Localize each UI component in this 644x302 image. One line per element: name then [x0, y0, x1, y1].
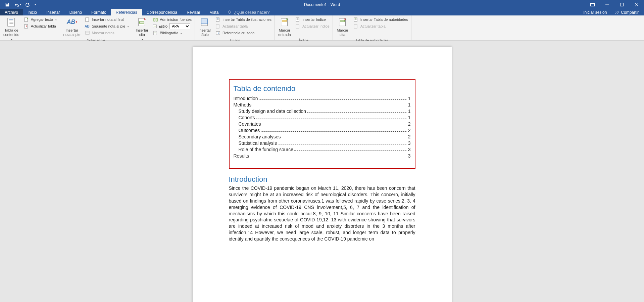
next-footnote-icon: A⁠B¹ — [85, 24, 90, 29]
caption-icon — [199, 17, 210, 28]
toc-entry[interactable]: Study design and data collection1 — [234, 109, 411, 114]
toc-leader-dots — [252, 102, 407, 106]
update-toa-icon — [353, 24, 359, 29]
qat-customize[interactable]: ▾ — [33, 1, 38, 9]
insert-toa-button[interactable]: Insertar Tabla de autoridades — [352, 16, 410, 23]
tab-layout[interactable]: Formato — [87, 9, 111, 15]
maximize-button[interactable] — [614, 0, 629, 9]
toc-entry[interactable]: Secondary analyses2 — [234, 134, 411, 139]
save-button[interactable] — [3, 1, 12, 9]
toc-field[interactable]: Tabla de contenido Introduction1Methods1… — [229, 79, 415, 169]
svg-rect-28 — [201, 19, 208, 24]
show-notes-label: Mostrar notas — [92, 31, 114, 35]
toc-entry-label: Secondary analyses — [239, 134, 281, 139]
redo-button[interactable] — [23, 1, 32, 9]
toc-icon — [6, 17, 17, 28]
table-figures-icon — [215, 17, 221, 22]
toc-entry-label: Study design and data collection — [239, 109, 306, 114]
update-index-button[interactable]: Actualizar índice — [294, 23, 331, 30]
insert-table-figures-button[interactable]: Insertar Tabla de ilustraciones — [214, 16, 273, 23]
update-toa-button[interactable]: Actualizar tabla — [352, 23, 410, 30]
share-label: Compartir — [621, 10, 639, 15]
svg-rect-37 — [282, 20, 286, 21]
insert-endnote-button[interactable]: i Insertar nota al final — [83, 16, 131, 23]
toc-entry[interactable]: Methods1 — [234, 102, 411, 107]
insert-citation-button[interactable]: Insertar cita — [134, 16, 150, 42]
share-button[interactable]: Compartir — [611, 10, 642, 15]
toc-entry-label: Role of the funding source — [239, 147, 293, 152]
toc-entry[interactable]: Role of the funding source3 — [234, 147, 411, 152]
update-toa-label: Actualizar tabla — [360, 24, 386, 28]
add-text-label: Agregar texto — [31, 17, 53, 21]
toc-entry[interactable]: Statistical analysis3 — [234, 140, 411, 146]
tab-references[interactable]: Referencias — [111, 9, 142, 15]
tab-file[interactable]: Archivo — [0, 9, 23, 15]
next-footnote-button[interactable]: A⁠B¹ Siguiente nota al pie — [83, 23, 131, 30]
next-footnote-label: Siguiente nota al pie — [92, 24, 126, 28]
svg-rect-43 — [340, 20, 344, 21]
insert-citation-label: Insertar cita — [136, 28, 148, 37]
toc-entry-label: Methods — [234, 102, 252, 107]
update-captions-table-button[interactable]: Actualizar tabla — [214, 23, 273, 30]
document-area[interactable]: Tabla de contenido Introduction1Methods1… — [0, 41, 644, 302]
group-index: Marcar entrada Insertar índice Actualiza… — [275, 15, 333, 40]
toc-button[interactable]: Tabla de contenido — [1, 16, 21, 42]
toc-leader-dots — [261, 128, 407, 132]
svg-point-6 — [616, 11, 617, 12]
insert-caption-button[interactable]: Insertar título — [196, 16, 213, 38]
tab-view[interactable]: Vista — [205, 9, 223, 15]
cross-reference-label: Referencia cruzada — [222, 31, 254, 35]
tab-home[interactable]: Inicio — [23, 9, 42, 15]
signin-button[interactable]: Iniciar sesión — [580, 10, 610, 15]
mark-entry-button[interactable]: Marcar entrada — [276, 16, 293, 38]
toc-entry[interactable]: Covariates2 — [234, 121, 411, 127]
tell-me-search[interactable]: ¿Qué desea hacer? — [223, 9, 274, 15]
add-text-icon — [24, 17, 29, 22]
bibliography-button[interactable]: Bibliografía — [151, 30, 193, 36]
update-index-label: Actualizar índice — [302, 24, 330, 28]
toc-entry-page: 2 — [408, 121, 411, 127]
toc-entry-page: 3 — [408, 140, 411, 146]
tab-mailings[interactable]: Correspondencia — [142, 9, 182, 15]
style-icon — [152, 24, 157, 29]
mark-citation-button[interactable]: Marcar cita — [334, 16, 351, 38]
tab-insert[interactable]: Insertar — [42, 9, 65, 15]
titlebar: ▾ ▾ Documento1 - Word — [0, 0, 644, 9]
undo-button[interactable]: ▾ — [13, 1, 22, 9]
insert-footnote-button[interactable]: AB1 Insertar nota al pie — [61, 16, 83, 38]
group-citations: Insertar cita Administrar fuentes Estilo… — [132, 15, 195, 40]
insert-index-button[interactable]: Insertar índice — [294, 16, 331, 23]
citation-style-select[interactable]: APA — [169, 23, 190, 29]
toc-entry-page: 1 — [408, 102, 411, 107]
tab-review[interactable]: Revisar — [182, 9, 205, 15]
toc-entry-label: Covariates — [239, 121, 261, 127]
toc-entry-page: 2 — [408, 128, 411, 133]
cross-ref-icon — [215, 30, 221, 36]
manage-sources-label: Administrar fuentes — [160, 17, 192, 21]
toc-entry-label: Introduction — [234, 96, 258, 101]
toc-entry[interactable]: Outcomes2 — [234, 128, 411, 133]
insert-index-icon — [295, 17, 301, 22]
minimize-button[interactable] — [600, 0, 614, 9]
manage-sources-button[interactable]: Administrar fuentes — [151, 16, 193, 23]
update-toc-button[interactable]: Actualizar tabla — [22, 23, 58, 30]
toc-entry[interactable]: Introduction1 — [234, 96, 411, 101]
toc-entry[interactable]: Results3 — [234, 153, 411, 159]
footnote-icon: AB1 — [66, 17, 77, 28]
window-controls — [585, 0, 644, 9]
add-text-button[interactable]: Agregar texto — [22, 16, 58, 23]
mark-citation-label: Marcar cita — [337, 28, 348, 37]
ribbon-display-options[interactable] — [585, 0, 600, 9]
svg-rect-3 — [621, 3, 624, 6]
group-captions: Insertar título Insertar Tabla de ilustr… — [195, 15, 275, 40]
close-button[interactable] — [629, 0, 644, 9]
toc-entry[interactable]: Cohorts1 — [234, 115, 411, 120]
bibliography-label: Bibliografía — [160, 31, 178, 35]
group-authorities: Marcar cita Insertar Tabla de autoridade… — [333, 15, 411, 40]
body-paragraph: Since the COVID-19 pandemic began on Mar… — [229, 185, 415, 242]
tab-design[interactable]: Diseño — [65, 9, 87, 15]
show-notes-button[interactable]: Mostrar notas — [83, 30, 131, 36]
cross-reference-button[interactable]: Referencia cruzada — [214, 30, 273, 36]
insert-table-figures-label: Insertar Tabla de ilustraciones — [222, 17, 271, 21]
toc-leader-dots — [259, 96, 407, 100]
